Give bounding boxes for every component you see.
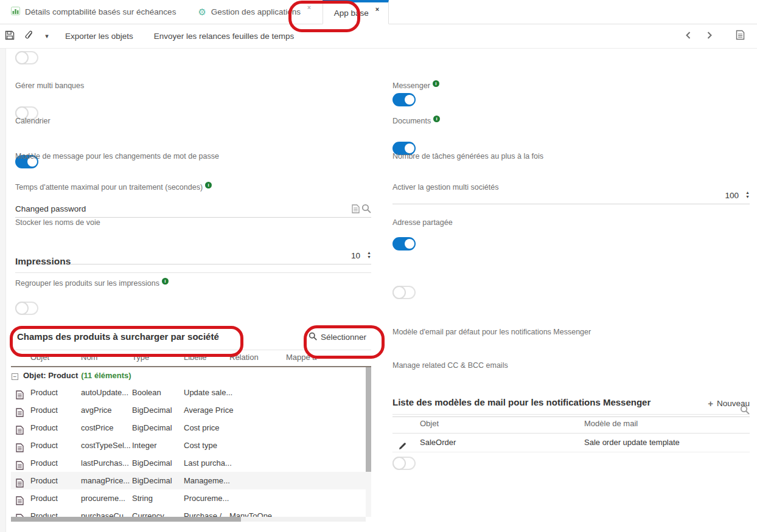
info-icon: i [433, 116, 440, 122]
adresse-partagee-toggle[interactable] [392, 286, 416, 299]
table-row[interactable]: Product costTypeSel... Integer Cost type [11, 437, 371, 454]
field-label: Activer la gestion multi sociétés [392, 183, 498, 192]
field-label: Documentsi [392, 117, 440, 125]
tabbar: Détails comptabilité basés sur échéances… [0, 0, 757, 24]
paperclip-icon [25, 30, 33, 43]
products-panel-title: Champs des produits à surcharger par soc… [17, 331, 219, 342]
toolbar-dropdown-caret[interactable]: ▾ [39, 32, 55, 40]
export-objects-button[interactable]: Exporter les objets [55, 24, 144, 49]
document-icon[interactable] [352, 204, 360, 216]
field-label: Temps d'attente maximal pour un traiteme… [15, 183, 212, 192]
field-label: Stocker les noms de voie [15, 218, 100, 227]
stepper-down-icon[interactable]: ▼ [367, 255, 371, 259]
info-icon: i [433, 80, 439, 87]
table-row[interactable]: SaleOrder Sale order update template [392, 434, 750, 452]
products-grid-header: Objet Nom Type Libellé Relation Mappé a [11, 350, 371, 367]
mail-panel-title: Liste des modèles de mail pour les notif… [392, 397, 651, 407]
field-label: Modèle d'email par défaut pour les notif… [392, 328, 591, 336]
table-row[interactable]: Product managPrice... BigDecimal Managem… [11, 472, 371, 489]
group-row[interactable]: −Objet: Product(11 éléments) [11, 367, 371, 384]
info-icon: i [205, 182, 212, 188]
stepper-down-icon[interactable]: ▼ [745, 195, 750, 199]
password-template-field[interactable]: Changed password [15, 202, 371, 218]
field-label: Manage related CC & BCC emails [392, 361, 508, 370]
products-panel: Champs des produits à surcharger par soc… [11, 327, 371, 522]
send-timesheet-reminders-button[interactable]: Envoyer les relances feuilles de temps [144, 24, 304, 49]
left-column: Gérer multi banques Calendrier Modèle de… [15, 49, 371, 147]
tab-label: Gestion des applications [211, 7, 301, 16]
messenger-toggle[interactable] [392, 93, 416, 106]
table-row[interactable]: Product purchaseCu... Currency Purchase … [11, 507, 371, 517]
stepper-up-icon[interactable]: ▲ [745, 190, 750, 195]
table-row[interactable]: Product lastPurchas... BigDecimal Last p… [11, 454, 371, 472]
products-grid-body: −Objet: Product(11 éléments) Product aut… [11, 367, 371, 517]
new-button[interactable]: + Nouveau [708, 398, 750, 409]
tab-gestion-applications[interactable]: ⚙ Gestion des applications × [187, 0, 319, 24]
app-window: Détails comptabilité basés sur échéances… [0, 0, 757, 532]
record-icon [16, 511, 24, 517]
tab-details-comptabilite[interactable]: Détails comptabilité basés sur échéances [0, 0, 187, 24]
field-label: Calendrier [15, 117, 51, 125]
scrollbar-thumb[interactable] [11, 517, 241, 522]
form-content: Gérer multi banques Calendrier Modèle de… [0, 49, 757, 532]
attachment-button[interactable] [19, 24, 39, 49]
scrollbar-thumb[interactable] [366, 367, 371, 472]
list-view-button[interactable] [730, 24, 750, 49]
toolbar: ▾ Exporter les objets Envoyer les relanc… [0, 24, 757, 49]
bar-chart-icon [11, 7, 20, 17]
column-header[interactable]: Libellé [184, 353, 207, 362]
section-divider [15, 272, 371, 273]
column-header[interactable]: Nom [81, 353, 97, 362]
table-row[interactable]: Product avgPrice BigDecimal Average Pric… [11, 401, 371, 419]
multi-societes-toggle[interactable] [392, 237, 416, 250]
stepper-up-icon[interactable]: ▲ [367, 250, 371, 255]
field-value: Changed password [15, 204, 86, 213]
table-row[interactable]: Product procureme... String Procureme... [11, 489, 371, 507]
field-value: 100 [725, 188, 739, 203]
tab-label: Détails comptabilité basés sur échéances [25, 7, 176, 16]
section-title-impressions: Impressions [15, 256, 71, 267]
search-icon [309, 332, 317, 342]
pencil-icon[interactable] [399, 438, 406, 457]
chevron-right-icon [706, 31, 713, 42]
gear-icon: ⚙ [198, 7, 206, 16]
save-button[interactable] [0, 24, 19, 49]
info-icon: i [162, 278, 169, 285]
top-toggle[interactable] [15, 51, 38, 64]
column-header[interactable]: Modèle de mail [584, 415, 638, 433]
prev-record-button[interactable] [678, 24, 697, 49]
toolbar-nav [678, 24, 757, 49]
group-count: (11 éléments) [81, 371, 131, 380]
field-label: Messengeri [392, 81, 439, 90]
field-label: Regrouper les produits sur les impressio… [15, 279, 169, 288]
field-label: Adresse partagée [392, 218, 453, 227]
column-header[interactable]: Objet [420, 415, 439, 433]
column-header[interactable]: Objet [30, 353, 49, 362]
plus-icon: + [708, 398, 713, 409]
table-row[interactable]: Product costPrice BigDecimal Cost price [11, 419, 371, 437]
select-button[interactable]: Sélectionner [309, 332, 366, 342]
group-label: Objet: Product [23, 371, 78, 380]
column-header[interactable]: Relation [229, 353, 259, 362]
chevron-left-icon [685, 31, 691, 42]
left-gutter [0, 49, 6, 532]
mail-panel-header: Liste des modèles de mail pour les notif… [392, 395, 750, 415]
column-header[interactable]: Type [132, 353, 149, 362]
manage-cc-toggle[interactable] [392, 457, 416, 470]
field-value: 10 [351, 249, 360, 263]
tab-app-base[interactable]: App base × [323, 0, 389, 24]
number-stepper[interactable]: ▲ ▼ [367, 250, 371, 259]
horizontal-scrollbar[interactable] [11, 517, 366, 522]
close-icon[interactable]: × [375, 5, 379, 13]
vertical-scrollbar[interactable] [366, 367, 371, 517]
search-icon[interactable] [361, 204, 371, 216]
field-label: Gérer multi banques [15, 81, 84, 90]
column-header[interactable]: Mappé a [286, 353, 317, 362]
collapse-icon[interactable]: − [12, 373, 18, 380]
stocker-noms-voie-toggle[interactable] [15, 302, 38, 315]
tab-label: App base [334, 9, 369, 18]
close-icon[interactable]: × [307, 4, 311, 11]
number-stepper[interactable]: ▲ ▼ [745, 190, 750, 199]
table-row[interactable]: Product autoUpdate... Boolean Update sal… [11, 384, 371, 401]
next-record-button[interactable] [700, 24, 719, 49]
